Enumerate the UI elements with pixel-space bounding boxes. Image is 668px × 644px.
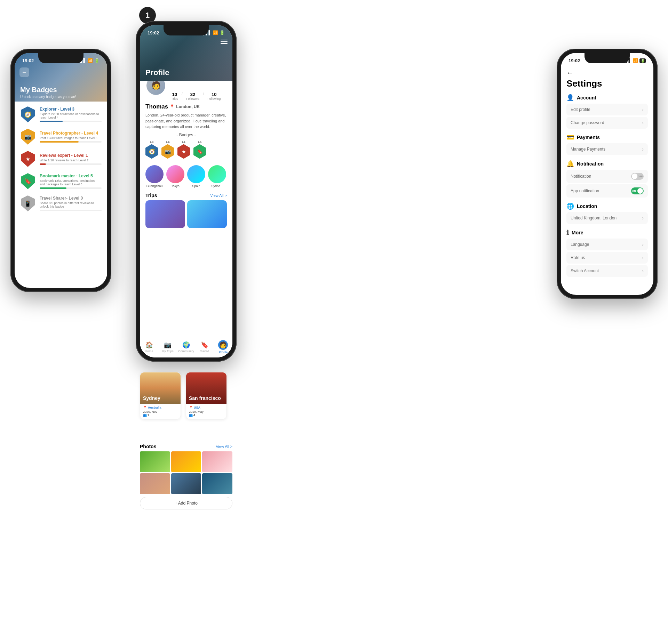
settings-change-password[interactable]: Change password ›: [566, 117, 648, 129]
hero-title: Profile: [145, 68, 169, 77]
badge-text-reviews: Reviews expert - Level 1 Write 1/10 revi…: [40, 153, 102, 165]
nav-home[interactable]: 🏠 Home: [140, 339, 158, 353]
nav-saved[interactable]: 🔖 Saved: [196, 339, 214, 353]
settings-content[interactable]: ← Settings 👤 Account Edit profile › Chan…: [561, 65, 653, 295]
status-time: 19:02: [568, 58, 580, 63]
badge-text-photographer: Travel Photographer - Level 4 Post 19/30…: [40, 131, 102, 143]
phone-profile: 19:02 ▌▌▌📶🔋 Profile 🧑 10: [136, 21, 237, 362]
profile-avatar: 🧑: [145, 81, 166, 96]
account-icon: 👤: [566, 94, 574, 102]
app-notification-toggle[interactable]: ON: [631, 187, 644, 194]
destinations-row[interactable]: Guangzhou Tokyo Spain Sydne...: [140, 162, 232, 191]
phone-notch: [38, 53, 84, 63]
settings-notification-toggle[interactable]: Notification OFF: [566, 170, 648, 183]
badge-l1: L1 ★: [177, 140, 190, 159]
badges-list: 🧭 Explorer - Level 3 Explore 22/60 attra…: [15, 102, 107, 275]
badge-desc: Share 0/5 photos in different reviews to…: [40, 201, 102, 208]
badge-progress: [40, 210, 102, 211]
settings-rate-us[interactable]: Rate us ›: [566, 252, 648, 264]
section-payments-header: 💳 Payments: [566, 134, 648, 141]
badge-name: Travel Photographer - Level 4: [40, 131, 102, 136]
profile-name: Thomas 📍 London, UK: [140, 100, 232, 111]
bottom-nav: 🏠 Home 📷 My Trips 🌍 Community 🔖 Saved 🧑 …: [140, 334, 232, 357]
section-notification-header: 🔔 Notification: [566, 160, 648, 168]
badge-progress: [40, 163, 102, 165]
phone-notch: [584, 53, 630, 63]
dest-tokyo[interactable]: Tokyo: [166, 165, 184, 188]
settings-language[interactable]: Language ›: [566, 239, 648, 250]
photo-5[interactable]: [171, 473, 201, 494]
photos-header: Photos View All >: [140, 442, 232, 451]
section-location-header: 🌐 Location: [566, 202, 648, 210]
dest-guangzhou[interactable]: Guangzhou: [145, 165, 164, 188]
photo-2[interactable]: [171, 451, 201, 472]
settings-notification: 🔔 Notification Notification OFF App noti…: [566, 160, 648, 198]
trip-users-sf: 👥 4: [189, 413, 224, 417]
photos-section: Photos View All > + Add Photo: [136, 442, 237, 509]
badge-text-sharer: Travel Sharer- Level 0 Share 0/5 photos …: [40, 196, 102, 211]
badge-name: Bookmark master - Level 5: [40, 174, 102, 178]
profile-scroll[interactable]: 🧑 10 Trips / 32 Followers / 10 Fol: [140, 81, 232, 357]
badge-progress: [40, 121, 102, 122]
badge-name: Reviews expert - Level 1: [40, 153, 102, 158]
trips-title: Trips: [145, 193, 157, 198]
section-account-header: 👤 Account: [566, 94, 648, 102]
settings-title: Settings: [566, 78, 648, 89]
settings-app-notification-toggle[interactable]: App notification ON: [566, 184, 648, 198]
notification-icon: 🔔: [566, 160, 574, 168]
profile-bio: London, 24-year-old product manager, cre…: [140, 111, 232, 132]
dest-spain[interactable]: Spain: [187, 165, 205, 188]
trip-card-sf[interactable]: San francisco 📍 USA 2019, May 👥 4: [186, 372, 227, 419]
badge-sharer: 📱 Travel Sharer- Level 0 Share 0/5 photo…: [20, 195, 102, 212]
location-icon: 🌐: [566, 202, 574, 210]
photo-6[interactable]: [202, 473, 232, 494]
profile-stats: 10 Trips / 32 Followers / 10 Following: [171, 90, 221, 100]
trip-thumb-1[interactable]: [145, 200, 185, 228]
phone-notch: [164, 25, 209, 35]
photos-title: Photos: [140, 444, 156, 449]
settings-location-item[interactable]: United Kingdom, London ›: [566, 212, 648, 224]
view-all-photos[interactable]: View All >: [216, 444, 232, 449]
badge-shield-bookmark: 🔖: [20, 172, 35, 190]
back-button[interactable]: ←: [566, 69, 648, 77]
badge-shield-sharer: 📱: [20, 195, 35, 212]
nav-community[interactable]: 🌍 Community: [177, 339, 195, 353]
status-time: 19:02: [22, 58, 34, 63]
photos-grid: [140, 451, 232, 494]
profile-info-row: 🧑 10 Trips / 32 Followers / 10 Fol: [140, 81, 232, 100]
stat-following: 10 Following: [207, 92, 221, 100]
badge-explorer: 🧭 Explorer - Level 3 Explore 22/60 attra…: [20, 106, 102, 123]
view-all-trips[interactable]: View All >: [210, 193, 227, 198]
trip-name-sydney: Sydney: [143, 395, 160, 401]
status-time: 19:02: [148, 30, 159, 35]
badge-text-explorer: Explorer - Level 3 Explore 22/60 attract…: [40, 107, 102, 122]
badge-progress: [40, 141, 102, 143]
settings-manage-payments[interactable]: Manage Payments ›: [566, 143, 648, 155]
badges-section: - Badges - L3 🧭 L4 📷 L1 ★ L5: [140, 132, 232, 162]
add-photo-button[interactable]: + Add Photo: [140, 497, 232, 509]
more-icon: ℹ: [566, 229, 569, 236]
badge-photographer: 📷 Travel Photographer - Level 4 Post 19/…: [20, 128, 102, 145]
badge-desc: Explore 22/60 attractions or destination…: [40, 112, 102, 119]
nav-my-trips[interactable]: 📷 My Trips: [158, 339, 177, 353]
settings-switch-account[interactable]: Switch Account ›: [566, 265, 648, 277]
back-button[interactable]: ←: [19, 67, 29, 77]
nav-profile[interactable]: 🧑 Profile: [214, 338, 232, 354]
settings-edit-profile[interactable]: Edit profile ›: [566, 104, 648, 115]
dest-sydney[interactable]: Sydne...: [208, 165, 226, 188]
notification-toggle[interactable]: OFF: [631, 173, 644, 180]
section-more-header: ℹ More: [566, 229, 648, 236]
trip-thumb-2[interactable]: [187, 200, 227, 228]
badge-desc: Post 19/30 travel images to reach Level …: [40, 136, 102, 140]
phone-badges: 19:02 ▌▌▌ 📶 🔋 ← My Badges Unlock as many…: [10, 49, 111, 292]
hero-title: My Badges: [20, 86, 57, 94]
photo-1[interactable]: [140, 451, 170, 472]
trip-card-sydney[interactable]: Sydney 📍 Australia 2020, Nov 👥 7: [140, 372, 181, 419]
photo-3[interactable]: [202, 451, 232, 472]
trip-info-sf: 📍 USA 2019, May 👥 4: [186, 404, 226, 419]
photo-4[interactable]: [140, 473, 170, 494]
trip-cards: Sydney 📍 Australia 2020, Nov 👥 7 San fra…: [136, 372, 237, 419]
menu-icon[interactable]: [221, 40, 228, 44]
badge-name: Travel Sharer- Level 0: [40, 196, 102, 201]
stat-trips: 10 Trips: [171, 92, 178, 100]
